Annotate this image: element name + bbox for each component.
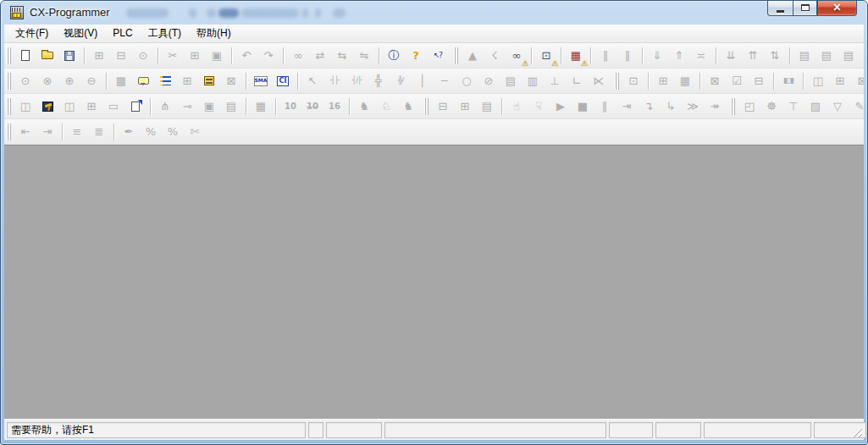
properties-icon <box>131 102 140 112</box>
view-hex-icon: 16 <box>329 102 340 111</box>
context-help-button[interactable]: ↖? <box>428 47 448 65</box>
stop-simulation-button: ■ <box>572 97 593 116</box>
continuous-step-run-icon: ≫ <box>687 101 699 112</box>
zoom-in-icon: ⊕ <box>65 75 75 86</box>
close-button[interactable] <box>817 0 857 16</box>
indent-rung-button: ⇥ <box>37 123 58 141</box>
cross-reference-button[interactable]: ⓘ <box>384 47 404 65</box>
toolbar-grip[interactable] <box>7 124 11 140</box>
view-binary-button: ▦ <box>251 97 271 116</box>
show-project-workspace-button: ◫ <box>15 97 36 116</box>
show-toolbox-icon <box>42 102 53 112</box>
menu-item-tools[interactable]: 工具(T) <box>141 25 189 42</box>
clear-all-values-button: ▤ <box>221 97 241 116</box>
auto-online-icon: ☇ <box>491 50 497 61</box>
work-online-button: ▲ <box>462 47 483 65</box>
monitor-mode-icon: ▤ <box>843 50 854 61</box>
search-address-icon: ⇆ <box>338 50 347 61</box>
run-mode-button: ▤ <box>860 47 864 65</box>
status-bar: 需要帮助，请按F1 <box>4 419 864 440</box>
find-button: ∞ <box>288 47 308 65</box>
cut-icon: ✂ <box>169 50 178 61</box>
toolbar-grip[interactable] <box>7 73 11 90</box>
toolbar-separator <box>106 73 107 90</box>
menu-item-plc[interactable]: PLC <box>105 25 140 42</box>
toolbar-separator <box>531 47 532 64</box>
copy-icon: ⊞ <box>191 50 200 61</box>
toolbar-grip[interactable] <box>454 47 458 64</box>
show-memory-address-button[interactable]: SMA <box>251 72 271 91</box>
send-online-edit-icon: ⊟ <box>439 101 448 112</box>
show-bit-details-button: ⊠ <box>221 72 241 91</box>
toolbar-separator <box>789 47 790 64</box>
zoom-out-button: ⊖ <box>81 72 102 91</box>
simulator-settings-icon: ▤ <box>482 101 492 112</box>
download-to-plc-button: ⇓ <box>647 47 667 65</box>
menu-item-file[interactable]: 文件(F) <box>8 25 56 42</box>
transfer-online-edit-button: ⊞ <box>455 97 475 116</box>
new-contact-icon: ┤├ <box>331 77 339 85</box>
show-symbols-button[interactable] <box>199 72 219 91</box>
work-online-simulator-button[interactable]: ∞⚠ <box>506 47 527 65</box>
menu-item-help[interactable]: 帮助(H) <box>189 25 239 42</box>
io-table-button: ◰ <box>739 97 760 116</box>
protection-filter-button: ▽ <box>827 97 848 116</box>
toolbar-separator <box>275 98 276 115</box>
show-rung-annotations-button[interactable] <box>155 72 175 91</box>
help-button[interactable]: ? <box>406 47 426 65</box>
minimize-button[interactable] <box>767 0 793 16</box>
toolbar-separator <box>379 47 379 64</box>
new-closed-or-contact-icon: ╬/ <box>398 77 403 85</box>
open-project-button[interactable] <box>37 47 58 65</box>
mark-edit-icon: ✒ <box>124 126 134 137</box>
new-coil-icon: ○ <box>462 75 471 86</box>
show-output-window-icon: ⊞ <box>659 75 668 86</box>
cancel-edit-button: ✄ <box>185 123 205 141</box>
paste-button: ▣ <box>207 47 227 65</box>
toggle-plc-monitoring-button[interactable]: ▦⚠ <box>566 47 586 65</box>
maximize-button[interactable] <box>793 0 817 16</box>
hide-window-button: ⊠ <box>705 72 725 91</box>
title-bar[interactable]: CX-Programmer <box>1 1 867 25</box>
view-signed-decimal-button: 10 <box>302 97 323 116</box>
transfer-program-icon: ⇊ <box>727 50 736 61</box>
toolbar-grip[interactable] <box>7 47 11 64</box>
step-out-button: ↳ <box>661 97 681 116</box>
show-address-reference-icon: ◫ <box>64 101 75 112</box>
continuous-step-run-button: ≫ <box>683 97 703 116</box>
new-inverted-instruction-button: ▥ <box>522 72 543 91</box>
app-icon[interactable] <box>10 6 24 19</box>
run-simulation-button: ▶ <box>550 97 571 116</box>
save-project-button[interactable] <box>59 47 80 65</box>
pause-simulation-icon: ‖ <box>602 101 608 112</box>
toolbar-separator <box>349 98 350 115</box>
show-cross-reference-window-icon: ◫ <box>813 75 823 86</box>
toolbar-grip[interactable] <box>731 98 735 115</box>
show-comments-button[interactable] <box>133 72 153 91</box>
online-with-simulator-button[interactable]: ⊡⚠ <box>536 47 556 65</box>
toolbar-separator <box>773 73 774 90</box>
differential-down-monitor-icon: ♘ <box>381 101 391 112</box>
show-condition-flags-button[interactable]: CI <box>273 72 293 91</box>
step-out-icon: ↳ <box>666 101 676 112</box>
change-all-icon: ⇋ <box>360 50 369 61</box>
toolbar-grip[interactable] <box>7 98 11 115</box>
scan-run-button: ↠ <box>705 97 725 116</box>
warning-icon: ⚠ <box>551 60 558 68</box>
toolbar-separator <box>150 98 151 115</box>
pause-icon: ‖ <box>625 50 631 61</box>
online-with-simulator-icon: ⊡ <box>542 50 551 61</box>
pause-monitoring-button: ‖ <box>595 47 616 65</box>
open-project-icon <box>41 52 53 59</box>
toolbar-grip[interactable] <box>615 73 619 90</box>
compare-with-plc-icon: ≍ <box>697 50 706 61</box>
set-breakpoint-button: ☝ <box>506 97 527 116</box>
help-icon: ? <box>412 50 419 61</box>
menu-item-view[interactable]: 视图(V) <box>56 25 105 42</box>
show-toolbox-button[interactable] <box>37 97 58 116</box>
new-project-button[interactable] <box>15 47 36 65</box>
delete-vertical-button: ⋉ <box>589 72 609 91</box>
new-horizontal-button: ─ <box>434 72 455 91</box>
toolbar-grip[interactable] <box>424 98 428 115</box>
properties-button[interactable] <box>125 97 146 116</box>
